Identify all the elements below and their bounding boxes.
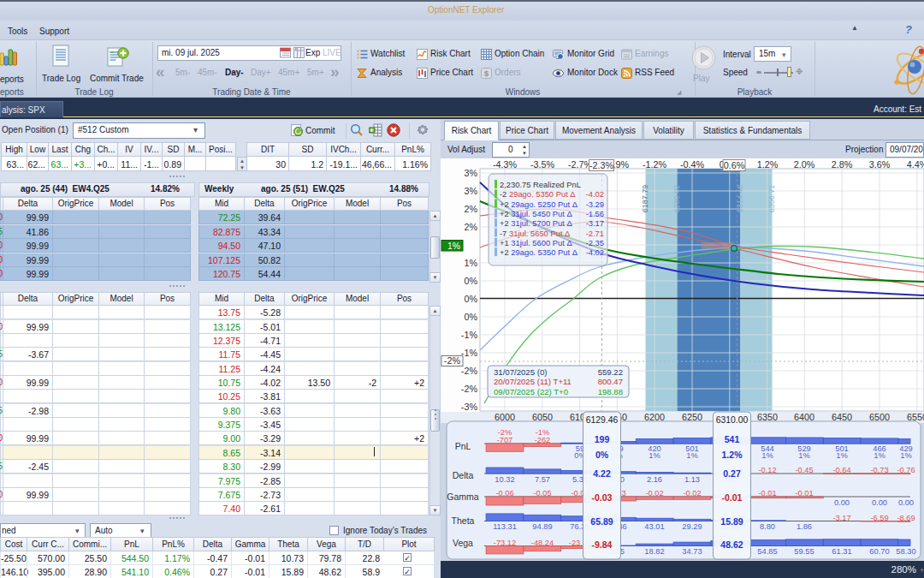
svg-text:1%: 1% (464, 258, 477, 268)
svg-text:6230.02: 6230.02 (672, 185, 681, 213)
svg-text:6450: 6450 (832, 412, 852, 422)
svg-text:0.00: 0.00 (898, 498, 914, 507)
svg-text:541: 541 (725, 434, 740, 444)
svg-text:6310.00: 6310.00 (716, 415, 749, 425)
svg-text:18.82: 18.82 (644, 547, 664, 556)
svg-text:4.22: 4.22 (593, 468, 611, 479)
svg-text:6550: 6550 (907, 412, 924, 422)
svg-text:7.57: 7.57 (535, 475, 550, 484)
svg-text:-73.12: -73.12 (494, 539, 516, 547)
svg-text:54.85: 54.85 (757, 547, 777, 556)
svg-text:09/07/2025 (22) T+0: 09/07/2025 (22) T+0 (494, 387, 568, 396)
svg-text:29.29: 29.29 (682, 522, 702, 531)
svg-text:-48.24: -48.24 (531, 539, 554, 547)
svg-text:Vega: Vega (453, 538, 473, 548)
svg-text:-4.3%: -4.3% (493, 159, 518, 170)
svg-text:-0.01: -0.01 (758, 489, 776, 498)
svg-text:4.4%: 4.4% (907, 159, 924, 170)
svg-text:-4.02: -4.02 (586, 247, 604, 257)
svg-text:0.00: 0.00 (872, 498, 887, 507)
svg-text:0.6%: 0.6% (724, 160, 745, 170)
svg-text:6000: 6000 (495, 412, 515, 422)
svg-text:-707: -707 (497, 436, 513, 444)
svg-text:-3%: -3% (461, 402, 478, 412)
svg-text:+2 29ago. 5250 Put Δ: +2 29ago. 5250 Put Δ (500, 200, 578, 209)
svg-text:-7 31jul. 5650 Put Δ: -7 31jul. 5650 Put Δ (500, 229, 570, 238)
svg-text:1.86: 1.86 (797, 522, 812, 531)
svg-text:-1%: -1% (461, 348, 478, 358)
svg-text:+1 31jul. 5600 Put Δ: +1 31jul. 5600 Put Δ (500, 238, 572, 247)
svg-text:60.70: 60.70 (869, 547, 889, 556)
svg-text:10.32: 10.32 (495, 475, 514, 484)
svg-text:6250: 6250 (682, 412, 702, 422)
svg-text:-2%: -2% (498, 428, 512, 437)
svg-text:1%: 1% (798, 451, 809, 460)
svg-text:198.88: 198.88 (598, 387, 623, 396)
svg-text:43.01: 43.01 (644, 522, 664, 531)
svg-text:-1%: -1% (461, 330, 478, 340)
svg-text:+2 31jul. 5450 Put Δ: +2 31jul. 5450 Put Δ (500, 209, 572, 218)
svg-text:-0.76: -0.76 (897, 466, 915, 474)
svg-text:-2.71: -2.71 (586, 229, 604, 238)
svg-text:+: + (920, 566, 924, 575)
svg-text:3%: 3% (464, 168, 477, 178)
svg-text:2.0%: 2.0% (794, 159, 815, 170)
svg-text:559.22: 559.22 (598, 367, 623, 377)
svg-text:-0.02: -0.02 (683, 489, 701, 498)
svg-text:34.73: 34.73 (682, 547, 702, 556)
svg-text:-9.84: -9.84 (592, 539, 613, 550)
svg-text:6356.71: 6356.71 (767, 185, 776, 213)
svg-text:65.89: 65.89 (590, 516, 613, 527)
svg-text:-3.17: -3.17 (586, 218, 604, 228)
svg-text:-1%: -1% (536, 428, 550, 437)
svg-text:-3.17: -3.17 (832, 514, 850, 522)
svg-text:-3.5%: -3.5% (530, 159, 555, 170)
svg-text:$: $ (484, 69, 489, 78)
svg-text:1%: 1% (761, 451, 773, 460)
svg-text:2.8%: 2.8% (832, 159, 853, 170)
svg-text:-0.45: -0.45 (795, 466, 813, 474)
svg-text:2.16: 2.16 (647, 475, 662, 484)
svg-text:61.31: 61.31 (832, 547, 851, 556)
svg-text:0%: 0% (464, 276, 477, 286)
svg-text:2,230.75 Realized PnL: 2,230.75 Realized PnL (500, 180, 581, 189)
svg-text:-2.35: -2.35 (586, 238, 604, 247)
svg-text:199: 199 (595, 434, 610, 444)
svg-text:113.31: 113.31 (493, 522, 517, 531)
svg-text:58.30: 58.30 (896, 547, 915, 556)
svg-text:1%: 1% (900, 451, 911, 460)
svg-text:6500: 6500 (869, 412, 890, 422)
svg-text:31/07/2025 (0): 31/07/2025 (0) (494, 367, 547, 377)
svg-text:6314.48: 6314.48 (736, 185, 744, 213)
svg-text:1%: 1% (649, 451, 660, 460)
svg-text:-2.3%: -2.3% (589, 160, 614, 170)
svg-text:-8.69: -8.69 (897, 514, 915, 522)
svg-text:94.89: 94.89 (532, 522, 552, 531)
svg-text:0.00: 0.00 (834, 498, 850, 507)
svg-text:-0.03: -0.03 (592, 492, 613, 503)
svg-text:6050: 6050 (532, 412, 553, 422)
svg-text:-6.59: -6.59 (870, 514, 888, 522)
svg-text:2%: 2% (464, 204, 477, 214)
svg-text:-0.01: -0.01 (795, 489, 813, 498)
svg-text:Delta: Delta (453, 470, 474, 480)
svg-text:3%: 3% (464, 186, 477, 196)
svg-text:-1.2%: -1.2% (643, 159, 667, 170)
svg-text:-0.05: -0.05 (533, 489, 551, 498)
svg-text:3.6%: 3.6% (869, 159, 891, 170)
svg-text:-262: -262 (535, 436, 551, 444)
svg-text:-2 29ago. 5350 Put Δ: -2 29ago. 5350 Put Δ (500, 189, 576, 199)
svg-text:0%: 0% (464, 294, 477, 304)
svg-text:-2%: -2% (461, 384, 478, 394)
svg-text:8.80: 8.80 (760, 522, 775, 531)
svg-text:Theta: Theta (452, 515, 475, 526)
svg-text:1%: 1% (686, 451, 697, 460)
svg-text:15.89: 15.89 (720, 516, 743, 527)
svg-text:-0.73: -0.73 (870, 466, 888, 474)
svg-text:1.2%: 1.2% (722, 450, 743, 460)
svg-text:1.2%: 1.2% (757, 159, 779, 170)
svg-text:20/07/2025 (11) T+11: 20/07/2025 (11) T+11 (494, 377, 572, 386)
svg-text:1%: 1% (874, 451, 885, 460)
svg-text:-0.01: -0.01 (722, 492, 743, 503)
svg-text:-0.4%: -0.4% (680, 159, 705, 170)
